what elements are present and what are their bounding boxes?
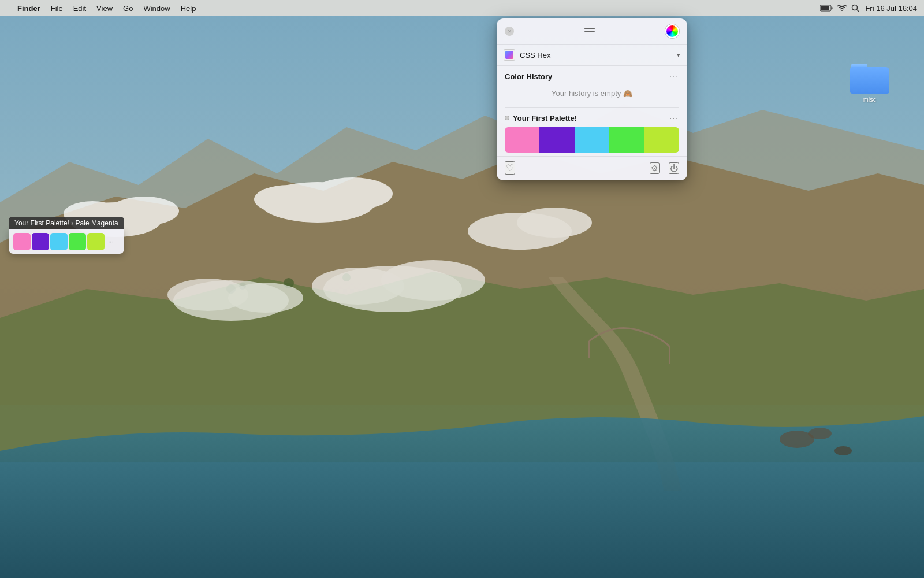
tooltip-more-button[interactable]: ··· (108, 238, 114, 246)
history-more-button[interactable]: ··· (668, 72, 679, 81)
palette-title-row: Your First Palette! (505, 114, 577, 123)
popup-menu-button[interactable] (584, 28, 595, 35)
search-icon[interactable] (851, 4, 859, 12)
svg-point-2 (808, 428, 832, 439)
svg-rect-26 (832, 7, 833, 9)
menubar-left: Finder File Edit View Go Window Help (7, 4, 196, 13)
svg-point-15 (254, 185, 323, 214)
color-picker-popup: ✕ CSS Hex ▾ Color History ··· Your histo… (497, 18, 687, 180)
menubar-right: Fri 16 Jul 16:04 (820, 4, 917, 13)
format-dropdown-row[interactable]: CSS Hex ▾ (497, 45, 687, 66)
tooltip-color-4[interactable] (69, 233, 86, 250)
palette-tooltip: Your First Palette! › Pale Magenta ··· (9, 217, 124, 254)
svg-point-3 (834, 446, 852, 455)
footer-right-buttons: ⚙ ⏻ (650, 162, 679, 174)
landscape-illustration (0, 0, 924, 578)
palette-header: Your First Palette! ··· (505, 113, 679, 123)
menubar-system-icons (820, 4, 859, 12)
menubar-window[interactable]: Window (143, 4, 170, 13)
format-icon (505, 51, 513, 59)
svg-point-14 (312, 177, 393, 210)
battery-icon (820, 5, 833, 12)
desktop-folder-misc[interactable]: misc (850, 64, 889, 103)
tooltip-palette: ··· (9, 229, 124, 254)
menubar: Finder File Edit View Go Window Help (0, 0, 924, 16)
palette-color-3[interactable] (575, 127, 609, 153)
menu-line-3 (584, 34, 595, 35)
folder-body (850, 67, 889, 94)
settings-button[interactable]: ⚙ (650, 162, 660, 174)
dropdown-chevron-icon: ▾ (677, 51, 680, 59)
palette-more-button[interactable]: ··· (668, 113, 679, 123)
color-wheel-button[interactable] (665, 24, 679, 38)
palette-colors (505, 127, 679, 153)
popup-close-button[interactable]: ✕ (505, 27, 514, 36)
favorite-button[interactable]: ♡ (505, 161, 515, 175)
palette-color-5[interactable] (644, 127, 679, 153)
svg-point-17 (517, 208, 592, 238)
menubar-edit[interactable]: Edit (73, 4, 86, 13)
menubar-file[interactable]: File (51, 4, 63, 13)
color-history-section: Color History ··· Your history is empty … (497, 66, 687, 107)
power-button[interactable]: ⏻ (669, 162, 679, 174)
menubar-help[interactable]: Help (181, 4, 196, 13)
popup-footer: ♡ ⚙ ⏻ (497, 156, 687, 180)
wifi-icon (837, 5, 847, 12)
palette-dot-icon (505, 116, 509, 120)
folder-icon (850, 64, 889, 94)
tooltip-color-1[interactable] (13, 233, 31, 250)
history-section-header: Color History ··· (505, 72, 679, 81)
svg-point-23 (228, 283, 303, 313)
menubar-go[interactable]: Go (123, 4, 133, 13)
format-icon-square (504, 49, 515, 61)
palette-color-2[interactable] (539, 127, 574, 153)
tooltip-color-3[interactable] (50, 233, 68, 250)
palette-color-4[interactable] (609, 127, 644, 153)
menubar-datetime: Fri 16 Jul 16:04 (865, 4, 917, 13)
format-dropdown-label: CSS Hex (520, 51, 672, 60)
tooltip-label: Your First Palette! › Pale Magenta (9, 217, 124, 229)
tooltip-color-5[interactable] (87, 233, 105, 250)
svg-rect-25 (821, 6, 829, 10)
svg-point-20 (312, 268, 404, 305)
palette-section: Your First Palette! ··· (497, 108, 687, 156)
tooltip-color-2[interactable] (32, 233, 49, 250)
palette-color-1[interactable] (505, 127, 539, 153)
palette-title: Your First Palette! (513, 114, 577, 123)
history-empty-text: Your history is empty 🙈 (505, 84, 679, 101)
svg-line-28 (857, 10, 859, 12)
menu-line-2 (584, 31, 595, 32)
folder-label: misc (863, 96, 877, 103)
menu-line-1 (584, 28, 595, 29)
popup-header: ✕ (497, 18, 687, 45)
menubar-view[interactable]: View (96, 4, 113, 13)
history-title: Color History (505, 72, 552, 81)
menubar-finder[interactable]: Finder (17, 4, 40, 13)
